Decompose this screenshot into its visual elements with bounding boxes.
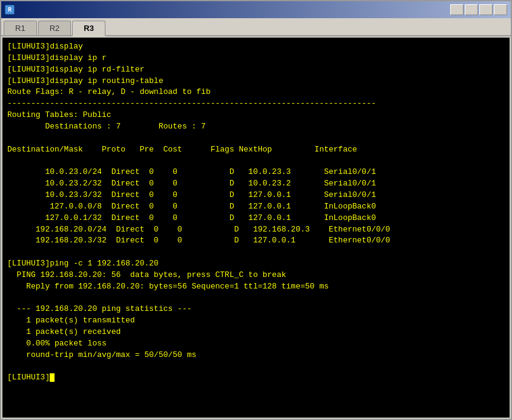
tabs-bar: R1 R2 R3 bbox=[1, 18, 511, 36]
terminal-cursor bbox=[50, 373, 55, 382]
window-icon: R bbox=[5, 5, 15, 15]
maximize-button[interactable] bbox=[479, 4, 493, 15]
tab-r1[interactable]: R1 bbox=[4, 21, 37, 35]
minimize-button[interactable] bbox=[465, 4, 478, 15]
title-bar: R bbox=[1, 1, 511, 18]
close-button[interactable] bbox=[494, 4, 507, 15]
terminal-wrapper: [LIUHUI3]display [LIUHUI3]display ip r [… bbox=[1, 36, 511, 419]
restore-button[interactable] bbox=[450, 4, 464, 15]
terminal-output[interactable]: [LIUHUI3]display [LIUHUI3]display ip r [… bbox=[2, 38, 510, 418]
tab-r2[interactable]: R2 bbox=[38, 21, 71, 35]
title-bar-buttons bbox=[450, 4, 507, 15]
tab-r3[interactable]: R3 bbox=[72, 21, 105, 36]
main-window: R R1 R2 R3 [LIUHUI3]display [LIUHUI3]dis… bbox=[0, 0, 512, 420]
